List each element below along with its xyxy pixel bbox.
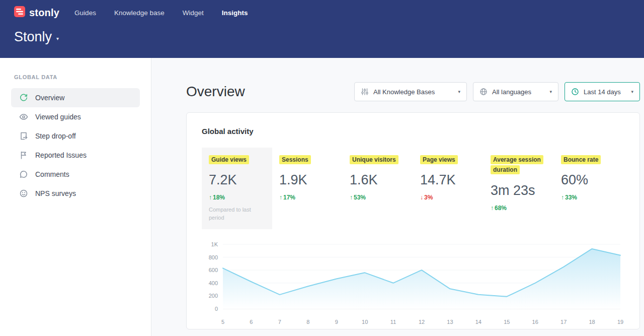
svg-text:12: 12 xyxy=(419,319,425,325)
stonly-logo-icon xyxy=(14,6,25,19)
svg-text:1K: 1K xyxy=(211,241,218,247)
flag-icon xyxy=(19,151,28,160)
svg-text:600: 600 xyxy=(209,267,218,273)
trend-up-icon: ↑ xyxy=(350,194,353,201)
metric-label: Bounce rate xyxy=(561,155,601,164)
logo-text: stonly xyxy=(29,7,59,19)
metric-label: Average session duration xyxy=(491,155,543,174)
svg-text:15: 15 xyxy=(504,319,510,325)
overview-sync-icon xyxy=(19,93,28,102)
languages-dropdown-value: All languages xyxy=(492,88,545,96)
metric-unique-visitors[interactable]: Unique visitors 1.6K ↑53% xyxy=(343,148,413,229)
workspace-title: Stonly xyxy=(14,29,52,45)
sidebar-item-viewed-guides[interactable]: Viewed guides xyxy=(11,107,140,126)
metric-value: 1.9K xyxy=(279,172,336,188)
card-title: Global activity xyxy=(202,127,624,136)
metric-value: 60% xyxy=(561,172,617,188)
sidebar-item-label: Viewed guides xyxy=(35,113,81,121)
smiley-icon xyxy=(19,189,28,198)
trend-up-icon: ↑ xyxy=(491,205,494,212)
sidebar: GLOBAL DATA Overview Viewed guides xyxy=(0,58,151,336)
svg-text:5: 5 xyxy=(221,319,224,325)
metric-value: 1.6K xyxy=(350,172,406,188)
svg-text:9: 9 xyxy=(335,319,338,325)
eye-icon xyxy=(19,112,28,121)
metric-page-views[interactable]: Page views 14.7K ↓3% xyxy=(413,148,484,229)
svg-text:16: 16 xyxy=(532,319,538,325)
main-content: Overview All Knowledge Bases ▾ xyxy=(151,58,644,336)
metric-average-session-duration[interactable]: Average session duration 3m 23s ↑68% xyxy=(484,148,554,229)
knowledge-bases-dropdown[interactable]: All Knowledge Bases ▾ xyxy=(354,82,467,101)
trend-up-icon: ↑ xyxy=(561,194,564,201)
metric-change: ↑33% xyxy=(561,194,617,201)
sidebar-item-label: Reported Issues xyxy=(35,151,87,159)
trend-up-icon: ↑ xyxy=(209,194,212,201)
sidebar-item-overview[interactable]: Overview xyxy=(11,88,140,107)
date-range-dropdown-value: Last 14 days xyxy=(584,88,626,96)
svg-text:200: 200 xyxy=(209,293,218,299)
metric-label: Guide views xyxy=(209,155,249,164)
svg-text:800: 800 xyxy=(209,254,218,260)
svg-text:18: 18 xyxy=(589,319,595,325)
sidebar-item-label: Comments xyxy=(35,170,69,178)
filters-bar: All Knowledge Bases ▾ All languages ▾ xyxy=(354,82,640,101)
trend-down-icon: ↓ xyxy=(420,194,423,201)
step-dropoff-icon xyxy=(19,131,28,141)
sidebar-item-label: Step drop-off xyxy=(35,132,76,140)
nav-insights[interactable]: Insights xyxy=(222,9,248,17)
sidebar-item-label: Overview xyxy=(35,94,64,102)
svg-text:6: 6 xyxy=(250,319,253,325)
date-range-dropdown[interactable]: Last 14 days ▾ xyxy=(565,82,640,101)
svg-text:400: 400 xyxy=(209,280,218,286)
caret-down-icon: ▾ xyxy=(458,89,460,94)
metrics-row: Guide views 7.2K ↑18% Compared to last p… xyxy=(202,148,624,229)
globe-icon xyxy=(479,88,488,96)
top-header: stonly Guides Knowledge base Widget Insi… xyxy=(0,0,644,58)
metric-sessions[interactable]: Sessions 1.9K ↑17% xyxy=(272,148,343,229)
workspace-caret-down-icon[interactable]: ▾ xyxy=(56,33,59,41)
nav-widget[interactable]: Widget xyxy=(183,9,204,17)
sidebar-item-step-drop-off[interactable]: Step drop-off xyxy=(11,126,140,146)
svg-text:14: 14 xyxy=(475,319,481,325)
languages-dropdown[interactable]: All languages ▾ xyxy=(473,82,558,101)
sidebar-item-label: NPS surveys xyxy=(35,189,76,197)
sidebar-item-reported-issues[interactable]: Reported Issues xyxy=(11,146,140,165)
metric-guide-views[interactable]: Guide views 7.2K ↑18% Compared to last p… xyxy=(202,148,272,229)
metric-value: 14.7K xyxy=(420,172,476,188)
svg-text:10: 10 xyxy=(362,319,368,325)
caret-down-icon: ▾ xyxy=(631,89,633,94)
nav-knowledge-base[interactable]: Knowledge base xyxy=(114,9,165,17)
metric-change: ↑18% xyxy=(209,194,265,201)
trend-up-icon: ↑ xyxy=(279,194,282,201)
sidebar-section-label: GLOBAL DATA xyxy=(14,74,137,80)
caret-down-icon: ▾ xyxy=(549,89,552,94)
sidebar-item-nps-surveys[interactable]: NPS surveys xyxy=(11,184,140,203)
metric-compare-note: Compared to last period xyxy=(209,206,265,222)
metric-change: ↑68% xyxy=(491,205,547,212)
metric-change: ↑17% xyxy=(279,194,336,201)
stonly-logo[interactable]: stonly xyxy=(14,6,59,19)
activity-chart-container: 02004006008001K5678910111213141516171819 xyxy=(202,237,624,335)
metric-change: ↑53% xyxy=(350,194,406,201)
clock-icon xyxy=(571,88,579,96)
top-nav: Guides Knowledge base Widget Insights xyxy=(74,9,248,17)
metric-bounce-rate[interactable]: Bounce rate 60% ↑33% xyxy=(554,148,624,229)
svg-text:19: 19 xyxy=(617,319,623,325)
metric-label: Page views xyxy=(420,155,458,164)
comment-icon xyxy=(19,170,28,179)
metric-value: 3m 23s xyxy=(491,183,547,198)
svg-text:7: 7 xyxy=(278,319,281,325)
svg-text:11: 11 xyxy=(390,319,396,325)
activity-area-chart: 02004006008001K5678910111213141516171819 xyxy=(202,237,624,333)
knowledge-bases-dropdown-value: All Knowledge Bases xyxy=(373,88,453,96)
sliders-icon xyxy=(361,88,369,96)
svg-text:13: 13 xyxy=(447,319,453,325)
nav-guides[interactable]: Guides xyxy=(74,9,96,17)
page-title: Overview xyxy=(186,84,245,100)
svg-text:17: 17 xyxy=(560,319,567,325)
svg-text:8: 8 xyxy=(306,319,309,325)
metric-change: ↓3% xyxy=(420,194,476,201)
metric-label: Unique visitors xyxy=(350,155,398,164)
svg-text:0: 0 xyxy=(215,306,218,312)
sidebar-item-comments[interactable]: Comments xyxy=(11,165,140,184)
